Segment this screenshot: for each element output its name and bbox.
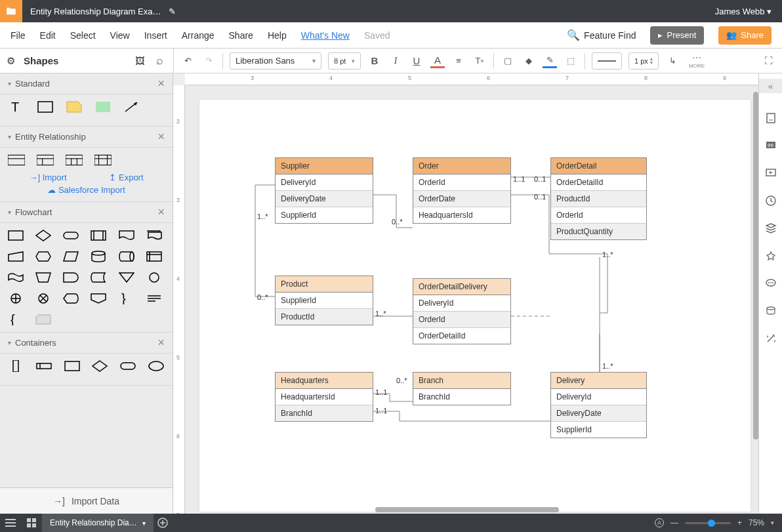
entity-row[interactable]: DeliveryDate	[551, 405, 646, 422]
actions-icon[interactable]	[764, 249, 777, 262]
italic-icon[interactable]: I	[388, 54, 403, 68]
menu-arrange[interactable]: Arrange	[182, 30, 215, 41]
entity-row[interactable]: DeliveryDate	[276, 191, 373, 207]
fc-directdata-icon[interactable]	[119, 251, 134, 262]
entity-row[interactable]: OrderId	[413, 174, 510, 191]
present-panel-icon[interactable]	[764, 167, 777, 180]
fc-stored-icon[interactable]	[91, 272, 106, 283]
fc-delay-icon[interactable]	[63, 272, 79, 283]
history-icon[interactable]	[764, 194, 777, 207]
zoom-level[interactable]: 75%	[749, 518, 764, 527]
entity-row[interactable]: HeadquartersId	[276, 389, 373, 405]
section-containers[interactable]: ▾Containers×	[0, 333, 173, 354]
cont-2-icon[interactable]	[36, 360, 52, 372]
text-color-icon[interactable]: A	[430, 54, 445, 68]
canvas[interactable]: 1..* 0..* 0..* 1..* 1..1 0..1 0..1 1..* …	[185, 85, 758, 514]
entity-row[interactable]: BranchId	[413, 389, 510, 405]
folder-icon[interactable]	[0, 0, 22, 22]
comments-icon[interactable]: 99	[764, 139, 777, 152]
pencil-icon[interactable]: ✎	[169, 7, 179, 16]
cont-5-icon[interactable]	[120, 360, 136, 372]
fill-icon[interactable]: ◆	[522, 54, 536, 68]
rect-shape-icon[interactable]	[37, 101, 54, 113]
menu-select[interactable]: Select	[70, 30, 96, 41]
fc-diamond-icon[interactable]	[35, 230, 51, 241]
section-er[interactable]: ▾Entity Relationship×	[0, 127, 173, 148]
fc-sum-icon[interactable]	[35, 293, 51, 304]
entity-row[interactable]: DeliveryId	[276, 174, 373, 191]
more-button[interactable]: ⋯MORE	[689, 52, 705, 69]
search-icon[interactable]: ⌕	[152, 54, 167, 68]
outline-icon[interactable]	[0, 518, 21, 527]
feature-find[interactable]: 🔍 Feature Find	[567, 29, 636, 41]
data-linking-icon[interactable]	[764, 304, 777, 317]
close-icon[interactable]: ×	[157, 130, 165, 144]
entity-row[interactable]: ProductId	[276, 309, 373, 325]
line-routing-icon[interactable]: ↳	[665, 54, 680, 68]
cont-1-icon[interactable]	[8, 360, 24, 372]
entity-row[interactable]: OrderDetailId	[551, 174, 646, 191]
fc-manual-op-icon[interactable]	[35, 272, 51, 283]
entity-branch[interactable]: Branch BranchId	[413, 372, 511, 405]
entity-row[interactable]: HeadquartersId	[413, 207, 510, 223]
present-button[interactable]: ▸ Present	[650, 26, 704, 45]
chat-icon[interactable]	[764, 277, 777, 290]
document-title[interactable]: Entity Relationship Diagram Exa…	[22, 7, 169, 16]
page-settings-icon[interactable]	[764, 112, 777, 125]
er-shape-2-icon[interactable]	[37, 154, 54, 166]
font-size-select[interactable]: 8 pt▾	[328, 52, 361, 70]
entity-row[interactable]: DeliveryId	[551, 389, 646, 405]
zoom-in-icon[interactable]: +	[737, 518, 742, 527]
fc-terminator-icon[interactable]	[63, 230, 79, 241]
underline-icon[interactable]: U	[409, 54, 424, 68]
line-color-icon[interactable]: ✎	[543, 54, 557, 68]
cont-4-icon[interactable]	[92, 360, 108, 372]
shape-frame-icon[interactable]: ▢	[501, 54, 515, 68]
menu-view[interactable]: View	[110, 30, 130, 41]
fc-note-icon[interactable]	[146, 293, 162, 304]
autozoom-icon[interactable]: A	[655, 518, 664, 527]
er-shape-1-icon[interactable]	[8, 154, 25, 166]
fc-rect-icon[interactable]	[8, 230, 24, 241]
shape-options-icon[interactable]: ⬚	[564, 54, 578, 68]
fc-manual-input-icon[interactable]	[8, 251, 24, 262]
redo-icon[interactable]: ↷	[201, 54, 216, 68]
share-button[interactable]: 👥Share	[718, 26, 772, 45]
gear-icon[interactable]: ⚙	[7, 55, 18, 67]
arrow-shape-icon[interactable]	[123, 101, 140, 113]
zoom-out-icon[interactable]: —	[670, 518, 678, 527]
zoom-slider[interactable]	[685, 522, 731, 524]
export-link[interactable]: ↥ Export	[109, 173, 143, 182]
entity-row[interactable]: DeliveryId	[413, 295, 510, 312]
entity-headquarters[interactable]: Headquarters HeadquartersId BranchId	[275, 372, 373, 422]
entity-row[interactable]: ProductQuantity	[551, 224, 646, 239]
fc-data-icon[interactable]	[63, 251, 79, 262]
magic-icon[interactable]	[764, 332, 777, 345]
menu-insert[interactable]: Insert	[144, 30, 167, 41]
entity-row[interactable]: SupplierId	[276, 207, 373, 223]
er-shape-4-icon[interactable]	[94, 154, 112, 166]
entity-supplier[interactable]: Supplier DeliveryId DeliveryDate Supplie…	[275, 157, 373, 224]
close-icon[interactable]: ×	[157, 205, 165, 219]
close-icon[interactable]: ×	[157, 77, 165, 91]
menu-whats-new[interactable]: What's New	[301, 30, 350, 41]
entity-row[interactable]: ProductId	[551, 191, 646, 207]
scrollbar-h[interactable]	[375, 507, 559, 512]
layers-icon[interactable]	[764, 222, 777, 235]
section-flowchart[interactable]: ▾Flowchart×	[0, 202, 173, 223]
fc-display-icon[interactable]	[63, 293, 79, 304]
bold-icon[interactable]: B	[367, 54, 382, 68]
menu-file[interactable]: File	[10, 30, 26, 41]
menu-edit[interactable]: Edit	[40, 30, 56, 41]
line-width-select[interactable]: 1 px▴▾	[628, 52, 659, 70]
menu-help[interactable]: Help	[268, 30, 287, 41]
user-menu[interactable]: James Webb ▾	[705, 7, 782, 16]
fc-offpage-icon[interactable]	[91, 293, 106, 304]
entity-row[interactable]: SupplierId	[276, 293, 373, 309]
entity-orderdetaildelivery[interactable]: OrderDetailDelivery DeliveryId OrderId O…	[413, 278, 511, 344]
image-icon[interactable]: 🖼	[133, 54, 147, 68]
fc-internal-icon[interactable]	[146, 251, 162, 262]
undo-icon[interactable]: ↶	[180, 54, 195, 68]
fc-or-icon[interactable]	[8, 293, 24, 304]
fc-card-icon[interactable]	[35, 314, 51, 325]
